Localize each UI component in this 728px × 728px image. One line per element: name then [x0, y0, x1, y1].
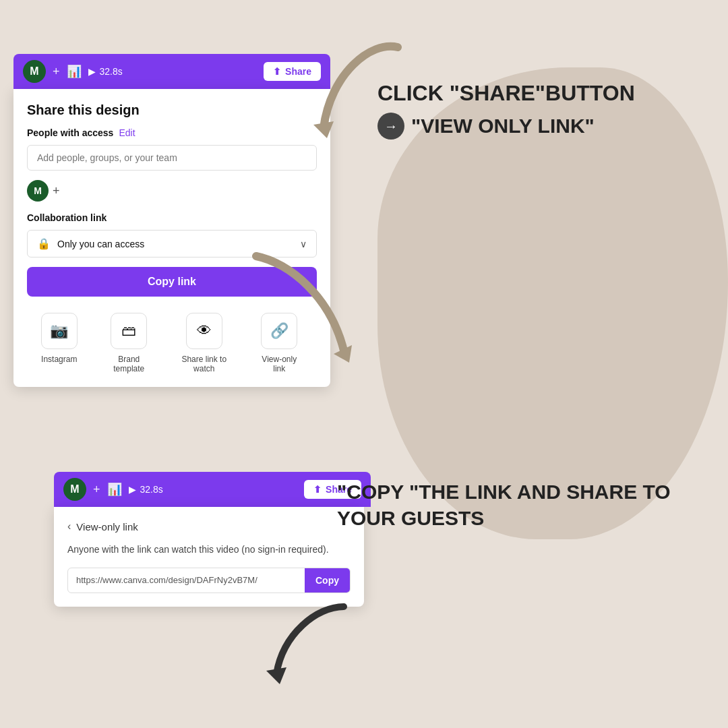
add-person-icon[interactable]: + — [53, 184, 60, 198]
collab-label: Collaboration link — [27, 212, 317, 223]
view-only-description: Anyone with the link can watch this vide… — [67, 543, 351, 557]
instagram-option[interactable]: 📷 Instagram — [41, 313, 78, 373]
instagram-icon: 📷 — [41, 313, 78, 349]
plus-icon-top[interactable]: + — [53, 65, 60, 79]
share-icon-top: ⬆ — [273, 66, 281, 77]
instruction-line1: CLICK "SHARE"BUTTON — [377, 81, 635, 106]
svg-marker-0 — [313, 121, 334, 138]
arrow-mid-svg — [236, 243, 371, 380]
play-button-top[interactable]: ▶ 32.8s — [88, 66, 123, 77]
plus-icon-bottom[interactable]: + — [93, 483, 100, 497]
avatar-bottom: M — [63, 478, 86, 501]
circle-arrow-row: → "VIEW ONLY LINK" — [377, 113, 635, 140]
play-triangle-icon-bottom: ▶ — [129, 484, 136, 495]
watch-icon: 👁 — [186, 313, 222, 349]
bottom-instruction-text: "COPY "THE LINK AND SHARE TO YOUR GUESTS — [337, 481, 671, 529]
bottom-section: M + 📊 ▶ 32.8s ⬆ Share ‹ View-only link A… — [54, 472, 371, 607]
link-row: https://www.canva.com/design/DAFrNy2vB7M… — [67, 568, 351, 593]
back-chevron-icon: ‹ — [67, 520, 71, 533]
people-access-row: People with access Edit — [27, 127, 317, 138]
instagram-label: Instagram — [41, 355, 77, 364]
play-duration: 32.8s — [100, 66, 123, 77]
chart-icon-bottom: 📊 — [107, 482, 122, 497]
play-triangle-icon: ▶ — [88, 66, 96, 77]
share-link-watch-label: Share link to watch — [181, 355, 228, 373]
brand-template-icon: 🗃 — [111, 313, 147, 349]
arrow-top-svg — [290, 34, 411, 158]
avatar-small: M — [27, 180, 49, 202]
share-link-watch-option[interactable]: 👁 Share link to watch — [181, 313, 228, 373]
svg-marker-2 — [266, 667, 286, 684]
edit-link[interactable]: Edit — [119, 127, 135, 138]
canva-toolbar-bottom: M + 📊 ▶ 32.8s ⬆ Share — [54, 472, 371, 507]
link-url-text: https://www.canva.com/design/DAFrNy2vB7M… — [68, 568, 305, 592]
view-only-panel: ‹ View-only link Anyone with the link ca… — [54, 507, 364, 607]
brand-template-option[interactable]: 🗃 Brand template — [105, 313, 152, 373]
arrow-bottom-svg — [249, 593, 357, 690]
brand-template-label: Brand template — [105, 355, 152, 373]
avatar-top: M — [23, 60, 46, 83]
canva-toolbar-top: M + 📊 ▶ 32.8s ⬆ Share — [13, 54, 330, 89]
lock-icon: 🔒 — [37, 237, 51, 250]
play-button-bottom[interactable]: ▶ 32.8s — [129, 484, 163, 495]
view-only-link-title: View-only link — [76, 521, 138, 533]
instruction-line2: "VIEW ONLY LINK" — [411, 115, 595, 138]
share-icon-bottom: ⬆ — [313, 484, 322, 495]
bottom-instruction: "COPY "THE LINK AND SHARE TO YOUR GUESTS — [337, 479, 701, 531]
copy-button-small[interactable]: Copy — [305, 568, 350, 593]
page-content: M + 📊 ▶ 32.8s ⬆ Share Share this design … — [0, 0, 728, 728]
chart-icon: 📊 — [67, 64, 82, 79]
avatar-row: M + — [27, 180, 317, 202]
share-panel-title: Share this design — [27, 102, 317, 118]
instruction-top: CLICK "SHARE"BUTTON → "VIEW ONLY LINK" — [377, 81, 635, 140]
back-row[interactable]: ‹ View-only link — [67, 520, 351, 533]
people-access-label: People with access — [27, 127, 113, 138]
play-duration-bottom: 32.8s — [140, 484, 163, 495]
add-people-input[interactable] — [27, 145, 317, 171]
